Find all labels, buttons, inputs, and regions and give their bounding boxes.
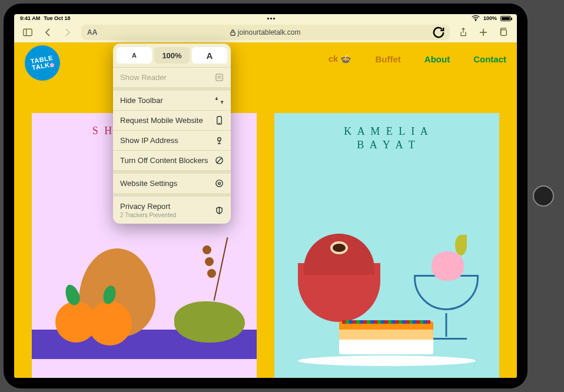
tabs-button[interactable]	[495, 24, 512, 41]
page-settings-popover: A 100% A Show Reader Hide Toolbar Reques…	[113, 44, 231, 224]
gallery-card-2[interactable]: K A M E L I AB A Y A T	[274, 113, 499, 378]
site-logo[interactable]: TABLE TALK	[22, 42, 63, 84]
multitask-handle[interactable]	[267, 18, 275, 19]
artist-name-2: K A M E L I AB A Y A T	[274, 125, 499, 152]
share-button[interactable]	[454, 24, 472, 41]
privacy-report-item[interactable]: Privacy Report 2 Trackers Prevented	[113, 197, 231, 224]
nav-potluck[interactable]: ck 🍲	[329, 54, 352, 64]
svg-point-0	[475, 20, 476, 21]
hide-toolbar-item[interactable]: Hide Toolbar	[113, 91, 231, 111]
status-date: Tue Oct 18	[44, 15, 70, 21]
site-nav: ck 🍲 Buffet About Contact	[329, 54, 506, 64]
status-time: 9:41 AM	[20, 15, 40, 21]
privacy-report-label: Privacy Report	[120, 202, 170, 211]
reload-button[interactable]	[431, 25, 446, 40]
svg-rect-5	[216, 74, 223, 81]
ipad-screen: 9:41 AM Tue Oct 18 100% AA	[14, 14, 517, 378]
website-settings-item[interactable]: Website Settings	[113, 174, 231, 197]
address-bar[interactable]: AA joinourtabletalk.com	[81, 25, 450, 40]
request-mobile-item[interactable]: Request Mobile Website	[113, 111, 231, 131]
status-bar: 9:41 AM Tue Oct 18 100%	[14, 14, 517, 22]
nav-contact[interactable]: Contact	[473, 54, 506, 64]
svg-point-13	[216, 180, 223, 187]
zoom-in-button[interactable]: A	[192, 47, 227, 64]
content-blockers-item[interactable]: Turn Off Content Blockers	[113, 151, 231, 174]
battery-pct: 100%	[483, 15, 497, 21]
lock-icon	[230, 29, 235, 36]
home-button[interactable]	[533, 185, 554, 207]
sidebar-button[interactable]	[19, 24, 37, 41]
show-reader-item: Show Reader	[113, 68, 231, 91]
new-tab-button[interactable]	[475, 24, 492, 41]
back-button[interactable]	[39, 24, 57, 41]
battery-icon	[500, 16, 511, 21]
svg-rect-3	[231, 32, 235, 35]
nav-about[interactable]: About	[424, 54, 450, 64]
show-ip-item[interactable]: Show IP Address	[113, 131, 231, 151]
webpage-content: TABLE TALK ck 🍲 Buffet About Contact S H	[14, 42, 517, 378]
privacy-report-sub: 2 Trackers Prevented	[120, 212, 176, 218]
zoom-level: 100%	[154, 47, 190, 64]
nav-buffet[interactable]: Buffet	[376, 54, 401, 64]
svg-rect-1	[24, 29, 32, 35]
svg-rect-4	[501, 30, 507, 36]
svg-point-10	[218, 138, 221, 141]
safari-toolbar: AA joinourtabletalk.com	[14, 22, 517, 42]
page-settings-button[interactable]: AA	[85, 28, 99, 36]
forward-button	[59, 24, 77, 41]
svg-point-14	[218, 182, 221, 185]
svg-line-12	[217, 158, 222, 163]
zoom-out-button[interactable]: A	[117, 47, 152, 64]
url-text: joinourtabletalk.com	[238, 28, 301, 36]
wifi-icon	[472, 15, 480, 21]
